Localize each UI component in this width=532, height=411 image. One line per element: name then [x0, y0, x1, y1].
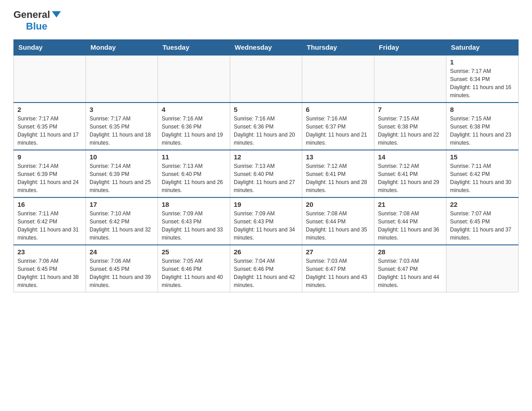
calendar-cell: 16Sunrise: 7:11 AMSunset: 6:42 PMDayligh…	[14, 197, 86, 245]
calendar-cell: 25Sunrise: 7:05 AMSunset: 6:46 PMDayligh…	[158, 245, 230, 292]
day-number: 10	[90, 153, 154, 161]
day-number: 20	[306, 201, 370, 208]
calendar-cell	[158, 55, 230, 103]
day-number: 25	[162, 248, 226, 256]
day-info: Sunrise: 7:15 AMSunset: 6:38 PMDaylight:…	[378, 115, 442, 147]
calendar-cell	[446, 245, 519, 292]
day-number: 14	[378, 153, 442, 161]
calendar-cell: 13Sunrise: 7:12 AMSunset: 6:41 PMDayligh…	[302, 150, 374, 197]
weekday-header-monday: Monday	[86, 40, 158, 56]
day-number: 3	[90, 106, 154, 113]
day-number: 24	[90, 248, 154, 256]
calendar-cell: 20Sunrise: 7:08 AMSunset: 6:44 PMDayligh…	[302, 197, 374, 245]
day-number: 9	[17, 153, 82, 161]
calendar-cell	[374, 55, 446, 103]
day-info: Sunrise: 7:06 AMSunset: 6:45 PMDaylight:…	[17, 257, 82, 289]
day-info: Sunrise: 7:11 AMSunset: 6:42 PMDaylight:…	[450, 162, 515, 194]
calendar-cell: 19Sunrise: 7:09 AMSunset: 6:43 PMDayligh…	[230, 197, 302, 245]
day-info: Sunrise: 7:14 AMSunset: 6:39 PMDaylight:…	[90, 162, 154, 194]
calendar-cell: 10Sunrise: 7:14 AMSunset: 6:39 PMDayligh…	[86, 150, 158, 197]
calendar-cell: 9Sunrise: 7:14 AMSunset: 6:39 PMDaylight…	[14, 150, 86, 197]
calendar-cell: 21Sunrise: 7:08 AMSunset: 6:44 PMDayligh…	[374, 197, 446, 245]
day-number: 1	[450, 58, 515, 66]
weekday-header-thursday: Thursday	[302, 40, 374, 56]
calendar-cell: 27Sunrise: 7:03 AMSunset: 6:47 PMDayligh…	[302, 245, 374, 292]
calendar-cell: 6Sunrise: 7:16 AMSunset: 6:37 PMDaylight…	[302, 103, 374, 150]
calendar-cell: 18Sunrise: 7:09 AMSunset: 6:43 PMDayligh…	[158, 197, 230, 245]
weekday-header-friday: Friday	[374, 40, 446, 56]
day-info: Sunrise: 7:12 AMSunset: 6:41 PMDaylight:…	[306, 162, 370, 194]
weekday-header-wednesday: Wednesday	[230, 40, 302, 56]
calendar-cell: 23Sunrise: 7:06 AMSunset: 6:45 PMDayligh…	[14, 245, 86, 292]
day-info: Sunrise: 7:03 AMSunset: 6:47 PMDaylight:…	[306, 257, 370, 289]
day-info: Sunrise: 7:08 AMSunset: 6:44 PMDaylight:…	[378, 210, 442, 242]
day-number: 6	[306, 106, 370, 113]
weekday-header-tuesday: Tuesday	[158, 40, 230, 56]
day-number: 11	[162, 153, 226, 161]
day-info: Sunrise: 7:10 AMSunset: 6:42 PMDaylight:…	[90, 210, 154, 242]
calendar-cell: 3Sunrise: 7:17 AMSunset: 6:35 PMDaylight…	[86, 103, 158, 150]
logo-text-general: General	[13, 9, 61, 20]
logo-general-line: General	[13, 9, 61, 21]
day-number: 5	[234, 106, 298, 113]
day-info: Sunrise: 7:16 AMSunset: 6:36 PMDaylight:…	[162, 115, 226, 147]
day-info: Sunrise: 7:14 AMSunset: 6:39 PMDaylight:…	[17, 162, 82, 194]
calendar-week-row: 9Sunrise: 7:14 AMSunset: 6:39 PMDaylight…	[14, 150, 519, 197]
weekday-header-sunday: Sunday	[14, 40, 86, 56]
calendar-cell: 2Sunrise: 7:17 AMSunset: 6:35 PMDaylight…	[14, 103, 86, 150]
day-info: Sunrise: 7:13 AMSunset: 6:40 PMDaylight:…	[162, 162, 226, 194]
day-number: 12	[234, 153, 298, 161]
calendar-cell	[14, 55, 86, 103]
day-info: Sunrise: 7:17 AMSunset: 6:35 PMDaylight:…	[90, 115, 154, 147]
day-info: Sunrise: 7:15 AMSunset: 6:38 PMDaylight:…	[450, 115, 515, 147]
calendar-week-row: 2Sunrise: 7:17 AMSunset: 6:35 PMDaylight…	[14, 103, 519, 150]
day-number: 26	[234, 248, 298, 256]
day-info: Sunrise: 7:08 AMSunset: 6:44 PMDaylight:…	[306, 210, 370, 242]
calendar-cell: 7Sunrise: 7:15 AMSunset: 6:38 PMDaylight…	[374, 103, 446, 150]
day-number: 15	[450, 153, 515, 161]
day-number: 18	[162, 201, 226, 208]
logo-blue-line: Blue	[13, 21, 47, 32]
day-number: 28	[378, 248, 442, 256]
day-number: 7	[378, 106, 442, 113]
calendar-cell: 22Sunrise: 7:07 AMSunset: 6:45 PMDayligh…	[446, 197, 519, 245]
calendar-cell	[86, 55, 158, 103]
calendar-cell: 1Sunrise: 7:17 AMSunset: 6:34 PMDaylight…	[446, 55, 519, 103]
calendar-cell: 5Sunrise: 7:16 AMSunset: 6:36 PMDaylight…	[230, 103, 302, 150]
day-number: 21	[378, 201, 442, 208]
day-info: Sunrise: 7:17 AMSunset: 6:34 PMDaylight:…	[450, 67, 515, 99]
calendar-week-row: 1Sunrise: 7:17 AMSunset: 6:34 PMDaylight…	[14, 55, 519, 103]
day-number: 16	[17, 201, 82, 208]
calendar-cell: 12Sunrise: 7:13 AMSunset: 6:40 PMDayligh…	[230, 150, 302, 197]
calendar-cell	[302, 55, 374, 103]
day-number: 23	[17, 248, 82, 256]
calendar-cell: 14Sunrise: 7:12 AMSunset: 6:41 PMDayligh…	[374, 150, 446, 197]
day-info: Sunrise: 7:03 AMSunset: 6:47 PMDaylight:…	[378, 257, 442, 289]
day-number: 17	[90, 201, 154, 208]
day-info: Sunrise: 7:13 AMSunset: 6:40 PMDaylight:…	[234, 162, 298, 194]
calendar-week-row: 16Sunrise: 7:11 AMSunset: 6:42 PMDayligh…	[14, 197, 519, 245]
calendar-cell: 4Sunrise: 7:16 AMSunset: 6:36 PMDaylight…	[158, 103, 230, 150]
calendar-cell: 24Sunrise: 7:06 AMSunset: 6:45 PMDayligh…	[86, 245, 158, 292]
day-info: Sunrise: 7:12 AMSunset: 6:41 PMDaylight:…	[378, 162, 442, 194]
page-header: General Blue	[13, 9, 519, 32]
day-info: Sunrise: 7:16 AMSunset: 6:37 PMDaylight:…	[306, 115, 370, 147]
day-info: Sunrise: 7:09 AMSunset: 6:43 PMDaylight:…	[234, 210, 298, 242]
calendar-table: SundayMondayTuesdayWednesdayThursdayFrid…	[13, 39, 519, 292]
logo-triangle-icon	[52, 11, 61, 17]
day-number: 27	[306, 248, 370, 256]
calendar-cell: 11Sunrise: 7:13 AMSunset: 6:40 PMDayligh…	[158, 150, 230, 197]
day-info: Sunrise: 7:11 AMSunset: 6:42 PMDaylight:…	[17, 210, 82, 242]
day-number: 4	[162, 106, 226, 113]
logo-text-blue: Blue	[26, 21, 47, 32]
calendar-cell: 15Sunrise: 7:11 AMSunset: 6:42 PMDayligh…	[446, 150, 519, 197]
day-info: Sunrise: 7:04 AMSunset: 6:46 PMDaylight:…	[234, 257, 298, 289]
calendar-cell: 8Sunrise: 7:15 AMSunset: 6:38 PMDaylight…	[446, 103, 519, 150]
calendar-cell: 17Sunrise: 7:10 AMSunset: 6:42 PMDayligh…	[86, 197, 158, 245]
day-number: 2	[17, 106, 82, 113]
calendar-cell: 26Sunrise: 7:04 AMSunset: 6:46 PMDayligh…	[230, 245, 302, 292]
day-info: Sunrise: 7:16 AMSunset: 6:36 PMDaylight:…	[234, 115, 298, 147]
day-info: Sunrise: 7:06 AMSunset: 6:45 PMDaylight:…	[90, 257, 154, 289]
weekday-header-row: SundayMondayTuesdayWednesdayThursdayFrid…	[14, 40, 519, 56]
logo: General Blue	[13, 9, 61, 32]
